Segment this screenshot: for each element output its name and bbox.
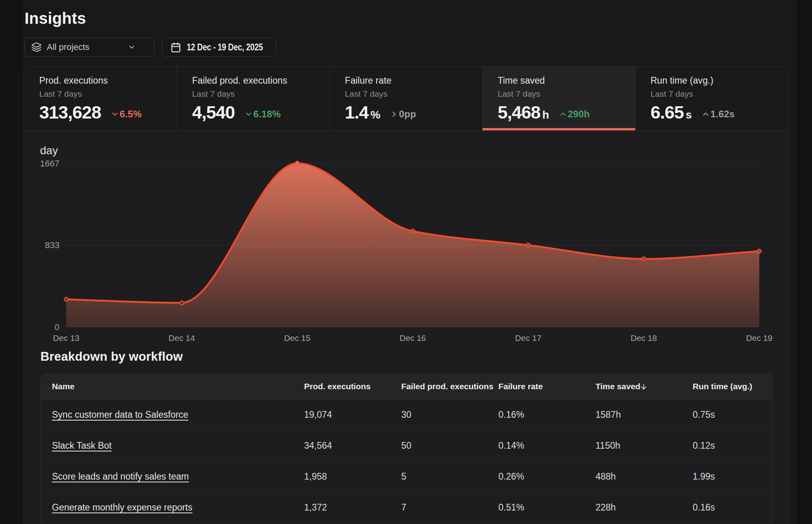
stat-sublabel: Last 7 days	[345, 89, 474, 99]
stat-value: 4,540	[192, 102, 235, 123]
col-header-prod-executions: Prod. executions	[304, 374, 401, 399]
stat-label: Prod. executions	[39, 75, 169, 86]
selected-card-underline	[483, 128, 635, 130]
stat-label: Run time (avg.)	[651, 75, 780, 86]
stat-delta: 290h	[559, 109, 590, 120]
insights-page: Insights All projects	[23, 0, 797, 524]
page-title: Insights	[25, 10, 86, 27]
stat-delta: 6.5%	[111, 109, 142, 120]
chevron-up-icon	[559, 110, 568, 119]
cell-failure-rate: 0.16%	[498, 399, 596, 430]
cell-time-saved: 1587h	[596, 399, 693, 430]
svg-text:Dec 15: Dec 15	[284, 333, 310, 342]
col-header-time-saved: Time saved	[596, 374, 693, 399]
chevron-right-icon	[390, 110, 399, 119]
stat-delta: 0pp	[390, 109, 416, 120]
workflow-name-cell: Score leads and notify sales team	[41, 461, 304, 492]
stat-unit: h	[542, 109, 549, 121]
table-row: Score leads and notify sales team1,95850…	[41, 461, 772, 492]
cell-time-saved: 1150h	[596, 430, 693, 461]
svg-text:Dec 14: Dec 14	[169, 333, 195, 342]
workflow-name-cell: Generate monthly expense reports	[41, 492, 304, 523]
stat-label: Failure rate	[345, 75, 474, 86]
stat-card-failed-prod-executions[interactable]: Failed prod. executionsLast 7 days4,5406…	[176, 67, 329, 130]
stat-unit: %	[370, 109, 380, 121]
stat-card-prod-executions[interactable]: Prod. executionsLast 7 days313,6286.5%	[24, 67, 176, 130]
workflow-link[interactable]: Sync customer data to Salesforce	[52, 409, 188, 420]
filter-controls: All projects 12 Dec - 19 Dec, 2025	[25, 38, 276, 57]
cell-prod-executions: 1,372	[304, 492, 401, 523]
cell-time-saved: 488h	[596, 461, 693, 492]
table-row: Generate monthly expense reports1,37270.…	[41, 492, 772, 523]
layers-icon	[31, 42, 42, 52]
stats-row: Prod. executionsLast 7 days313,6286.5%Fa…	[24, 67, 788, 131]
chevron-down-icon	[111, 110, 120, 119]
workflow-table-card: NameProd. executionsFailed prod. executi…	[41, 374, 772, 524]
svg-text:Dec 19: Dec 19	[746, 333, 773, 342]
scrollbar-gutter[interactable]	[797, 0, 812, 524]
insights-panel: Prod. executionsLast 7 days313,6286.5%Fa…	[24, 66, 788, 524]
svg-text:Dec 16: Dec 16	[400, 333, 426, 342]
cell-run-time: 0.16s	[693, 492, 772, 523]
svg-text:Dec 17: Dec 17	[515, 333, 542, 342]
col-header-run-time-avg: Run time (avg.)	[693, 374, 772, 399]
sort-desc-icon	[640, 382, 648, 391]
svg-text:1667: 1667	[40, 159, 59, 168]
cell-failed-prod-executions: 50	[401, 430, 498, 461]
cell-run-time: 0.12s	[693, 430, 772, 461]
stat-card-time-saved[interactable]: Time savedLast 7 days5,468h290h	[482, 67, 635, 130]
cell-prod-executions: 1,958	[304, 461, 401, 492]
workflow-name-cell: Sync customer data to Salesforce	[41, 399, 304, 430]
cell-failure-rate: 0.14%	[498, 430, 596, 461]
col-header-failure-rate: Failure rate	[498, 374, 596, 399]
stat-card-failure-rate[interactable]: Failure rateLast 7 days1.4%0pp	[329, 67, 482, 130]
date-range-picker[interactable]: 12 Dec - 19 Dec, 2025	[162, 38, 276, 57]
table-row: Slack Task Bot34,564500.14%1150h0.12s	[41, 430, 772, 461]
date-range-value: 12 Dec - 19 Dec, 2025	[187, 42, 253, 53]
workflow-table: NameProd. executionsFailed prod. executi…	[41, 374, 772, 524]
calendar-icon	[170, 42, 181, 53]
cell-failed-prod-executions: 5	[401, 461, 498, 492]
project-filter-value: All projects	[47, 42, 128, 52]
cell-time-saved: 228h	[596, 492, 693, 523]
stat-value: 1.4	[345, 102, 369, 123]
cell-prod-executions: 34,564	[304, 430, 401, 461]
workflow-link[interactable]: Generate monthly expense reports	[52, 502, 192, 513]
workflow-table-header: NameProd. executionsFailed prod. executi…	[41, 374, 772, 399]
stat-sublabel: Last 7 days	[192, 89, 321, 99]
stat-label: Time saved	[498, 75, 627, 86]
workflow-link[interactable]: Score leads and notify sales team	[52, 471, 189, 482]
stat-delta: 1.62s	[701, 109, 735, 120]
svg-text:833: 833	[45, 240, 59, 250]
table-row: Sync customer data to Salesforce19,07430…	[41, 399, 772, 430]
stat-value: 313,628	[39, 102, 101, 123]
cell-run-time: 1.99s	[693, 461, 772, 492]
cell-failed-prod-executions: 7	[401, 492, 498, 523]
stat-card-run-time-avg[interactable]: Run time (avg.)Last 7 days6.65s1.62s	[635, 67, 788, 130]
area-chart-svg: 08331667Dec 13Dec 14Dec 15Dec 16Dec 17De…	[24, 131, 789, 348]
col-header-name: Name	[41, 374, 304, 399]
cell-failure-rate: 0.26%	[498, 461, 596, 492]
project-filter-select[interactable]: All projects	[25, 38, 154, 57]
svg-text:0: 0	[55, 322, 59, 332]
cell-prod-executions: 19,074	[304, 399, 401, 430]
svg-text:Dec 13: Dec 13	[53, 333, 80, 342]
stat-label: Failed prod. executions	[192, 75, 321, 86]
stat-sublabel: Last 7 days	[39, 89, 169, 99]
stat-value: 6.65	[651, 102, 684, 123]
cell-run-time: 0.75s	[693, 399, 772, 430]
stat-delta: 6.18%	[244, 109, 281, 120]
stat-sublabel: Last 7 days	[498, 89, 627, 99]
col-header-failed-prod-executions: Failed prod. executions	[401, 374, 498, 399]
cell-failure-rate: 0.51%	[498, 492, 596, 523]
stat-sublabel: Last 7 days	[651, 89, 780, 99]
svg-text:Dec 18: Dec 18	[630, 333, 657, 342]
executions-chart: day 08331667Dec 13Dec 14Dec 15Dec 16Dec …	[24, 131, 788, 348]
breakdown-title: Breakdown by workflow	[40, 350, 183, 364]
chevron-up-icon	[701, 110, 710, 119]
cell-failed-prod-executions: 30	[401, 399, 498, 430]
stat-unit: s	[686, 109, 692, 121]
chevron-down-icon	[128, 43, 136, 51]
workflow-link[interactable]: Slack Task Bot	[52, 440, 111, 451]
chevron-down-icon	[244, 110, 253, 119]
